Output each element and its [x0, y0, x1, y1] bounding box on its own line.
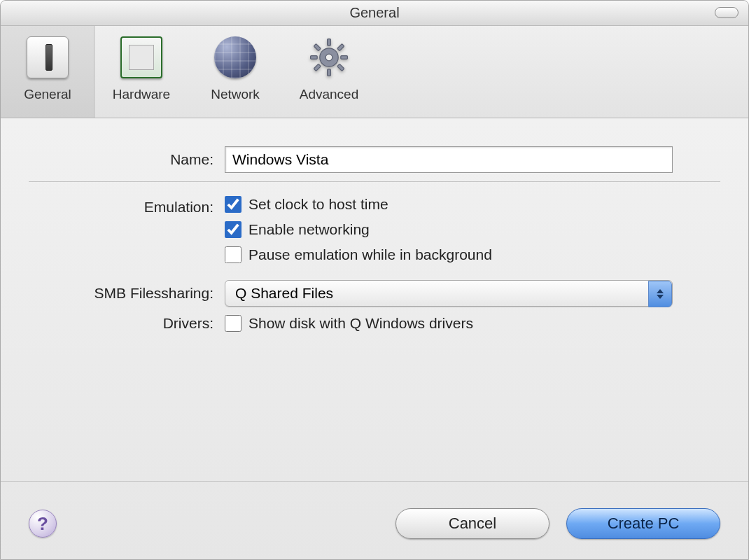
create-label: Create PC	[608, 514, 680, 533]
tab-label: General	[24, 87, 71, 102]
tab-hardware[interactable]: Hardware	[94, 25, 188, 118]
drivers-checkbox[interactable]	[225, 315, 241, 332]
smb-row: SMB Filessharing: Q Shared Files	[29, 280, 720, 307]
name-row: Name:	[29, 146, 720, 173]
svg-rect-5	[341, 56, 348, 59]
svg-rect-6	[314, 44, 321, 51]
form-content: Name: Emulation: Set clock to host time …	[1, 118, 748, 461]
pause-checkbox[interactable]	[225, 246, 241, 263]
separator	[29, 181, 720, 182]
name-label: Name:	[29, 151, 225, 168]
drivers-label: Drivers:	[29, 315, 225, 332]
networking-checkbox[interactable]	[225, 221, 241, 238]
tab-label: Advanced	[300, 87, 359, 102]
tab-label: Network	[211, 87, 260, 102]
toolbar-pill-button[interactable]	[715, 7, 738, 18]
chevron-updown-icon	[648, 281, 672, 307]
globe-icon	[211, 34, 259, 81]
svg-rect-2	[328, 39, 331, 46]
question-icon: ?	[37, 513, 48, 535]
switch-icon	[24, 34, 71, 81]
drivers-row: Drivers: Show disk with Q Windows driver…	[29, 315, 720, 332]
smb-value: Q Shared Files	[235, 285, 333, 302]
cpu-icon	[118, 34, 165, 81]
create-pc-button[interactable]: Create PC	[566, 508, 720, 539]
help-button[interactable]: ?	[29, 510, 57, 538]
tab-general[interactable]: General	[1, 25, 94, 118]
titlebar[interactable]: General	[1, 1, 748, 26]
cancel-label: Cancel	[449, 514, 496, 533]
svg-point-1	[326, 54, 332, 61]
svg-rect-3	[328, 69, 331, 76]
drivers-check-label: Show disk with Q Windows drivers	[248, 315, 473, 332]
window-title: General	[349, 5, 399, 21]
svg-rect-8	[314, 64, 321, 71]
smb-label: SMB Filessharing:	[29, 285, 225, 302]
gear-icon	[305, 34, 353, 81]
footer: ? Cancel Create PC	[1, 482, 748, 560]
tab-advanced[interactable]: Advanced	[282, 25, 376, 118]
emulation-row: Emulation: Set clock to host time Enable…	[29, 196, 720, 272]
smb-select[interactable]: Q Shared Files	[225, 280, 673, 307]
networking-label: Enable networking	[248, 221, 370, 238]
tab-label: Hardware	[113, 87, 170, 102]
name-input[interactable]	[225, 146, 673, 173]
emulation-label: Emulation:	[29, 196, 225, 216]
tab-network[interactable]: Network	[188, 25, 282, 118]
svg-rect-4	[311, 56, 318, 59]
preferences-window: General General Hardware Network Adva	[0, 0, 749, 560]
pause-label: Pause emulation while in background	[248, 246, 492, 263]
clock-label: Set clock to host time	[248, 196, 388, 213]
clock-checkbox[interactable]	[225, 196, 241, 213]
toolbar: General Hardware Network Advanced	[1, 26, 748, 118]
cancel-button[interactable]: Cancel	[396, 508, 550, 539]
svg-rect-9	[337, 64, 344, 71]
svg-rect-7	[337, 44, 344, 51]
